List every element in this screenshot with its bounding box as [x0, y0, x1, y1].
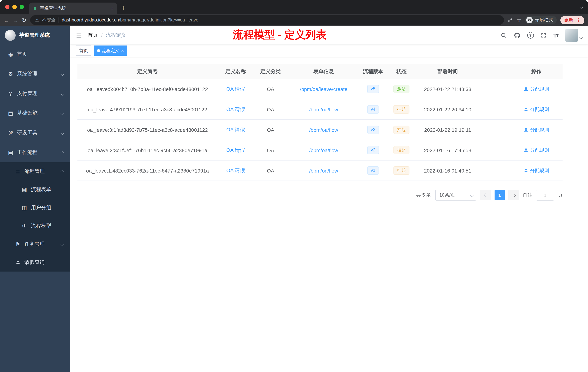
- definition-name-link[interactable]: OA 请假: [226, 86, 245, 92]
- sidebar-item-label: 用户分组: [31, 205, 64, 211]
- form-info-link[interactable]: /bpm/oa/flow: [309, 147, 338, 153]
- gear-icon: ⚙: [7, 71, 14, 77]
- definition-name-link[interactable]: OA 请假: [226, 127, 245, 133]
- sidebar-item-infrastructure[interactable]: ▤基础设施: [0, 103, 70, 123]
- user-menu[interactable]: [565, 29, 582, 42]
- definition-name-link[interactable]: OA 请假: [226, 147, 245, 153]
- cell-filler: [479, 140, 510, 160]
- minimize-window-button[interactable]: [12, 5, 17, 9]
- cell-form-info: /bpm/oa/leave/create: [287, 79, 360, 99]
- chevron-up-icon: [61, 151, 64, 154]
- sidebar-item-process-form[interactable]: ▦流程表单: [0, 181, 70, 199]
- assign-rule-button[interactable]: 分配规则: [524, 106, 549, 113]
- cell-category: OA: [254, 140, 287, 160]
- sidebar-item-user-group[interactable]: ◫用户分组: [0, 199, 70, 217]
- sidebar-item-label: 支付管理: [17, 90, 58, 97]
- assign-rule-button[interactable]: 分配规则: [524, 86, 549, 92]
- model-icon: ✈: [21, 223, 28, 229]
- current-page-button[interactable]: 1: [494, 190, 505, 200]
- browser-update-button[interactable]: 更新 ⋮: [560, 16, 584, 24]
- cell-version: v3: [360, 120, 386, 140]
- page-size-select[interactable]: 10条/页: [435, 190, 476, 201]
- sidebar-item-system[interactable]: ⚙系统管理: [0, 64, 70, 84]
- breadcrumb-home[interactable]: 首页: [88, 32, 98, 39]
- url-domain: dashboard.yudao.iocoder.cn: [62, 17, 119, 22]
- cell-status: 挂起: [386, 161, 417, 181]
- cell-version: v4: [360, 99, 386, 119]
- cell-version: v1: [360, 161, 386, 181]
- goto-suffix: 页: [558, 192, 563, 198]
- tab-close-icon[interactable]: ×: [111, 5, 114, 11]
- pagination: 共 5 条 10条/页 1 前往 页: [77, 190, 563, 201]
- definition-name-link[interactable]: OA 请假: [226, 167, 245, 174]
- password-key-icon[interactable]: [507, 17, 513, 23]
- back-button[interactable]: ←: [4, 17, 9, 23]
- cell-definition-name: OA 请假: [218, 120, 254, 140]
- forward-button[interactable]: →: [13, 17, 18, 23]
- person-icon: [524, 127, 528, 132]
- address-bar[interactable]: ⚠ 不安全 dashboard.yudao.iocoder.cn/bpm/man…: [30, 15, 504, 25]
- cell-filler: [479, 161, 510, 181]
- sidebar-item-leave-query[interactable]: 请假查询: [0, 253, 70, 272]
- tab-search-chevron-icon[interactable]: [580, 3, 583, 10]
- font-size-icon[interactable]: TT: [553, 32, 558, 38]
- sidebar-item-process-model[interactable]: ✈流程模型: [0, 217, 70, 235]
- person-icon: [524, 87, 528, 91]
- close-window-button[interactable]: [5, 5, 10, 9]
- sidebar-item-payment[interactable]: ¥支付管理: [0, 84, 70, 103]
- form-info-link[interactable]: /bpm/oa/flow: [309, 107, 338, 112]
- form-info-link[interactable]: /bpm/oa/leave/create: [300, 86, 347, 92]
- user-group-icon: ◫: [21, 205, 28, 211]
- page-content: 定义编号 定义名称 定义分类 表单信息 流程版本 状态 部署时间 操作 oa_l…: [70, 57, 588, 372]
- url-path: /bpm/manager/definition?key=oa_leave: [119, 17, 198, 22]
- help-icon[interactable]: ?: [527, 32, 534, 39]
- status-badge: 挂起: [393, 166, 410, 175]
- column-header-definition-id: 定义编号: [77, 65, 218, 79]
- cell-status: 挂起: [386, 99, 417, 119]
- browser-tab[interactable]: 芋道管理系统 ×: [29, 2, 117, 14]
- column-header-version: 流程版本: [360, 65, 386, 79]
- assign-rule-button[interactable]: 分配规则: [524, 127, 549, 133]
- bookmark-star-icon[interactable]: ☆: [516, 17, 521, 23]
- table-body: oa_leave:5:004b710b-7b8a-11ec-8ef0-acde4…: [77, 79, 563, 181]
- github-icon[interactable]: [514, 32, 520, 39]
- browser-menu-icon[interactable]: ⋮: [576, 17, 581, 23]
- sidebar-item-task-manage[interactable]: ⚑任务管理: [0, 235, 70, 253]
- version-tag: v4: [367, 105, 379, 114]
- new-tab-button[interactable]: +: [121, 4, 125, 12]
- tools-icon: ⚒: [7, 130, 14, 136]
- reload-button[interactable]: ↻: [22, 17, 26, 23]
- definition-name-link[interactable]: OA 请假: [226, 106, 245, 113]
- sidebar-item-devtools[interactable]: ⚒研发工具: [0, 123, 70, 143]
- cell-category: OA: [254, 120, 287, 140]
- form-info-link[interactable]: /bpm/oa/flow: [309, 168, 338, 174]
- sidebar-item-home[interactable]: ◉首页: [0, 44, 70, 64]
- hamburger-icon[interactable]: ☰: [76, 31, 82, 39]
- sidebar-item-workflow[interactable]: ▣工作流程: [0, 143, 70, 162]
- security-label: 不安全: [42, 17, 56, 23]
- sidebar-item-process-manage[interactable]: ≣流程管理: [0, 162, 70, 181]
- avatar[interactable]: [565, 29, 578, 42]
- assign-rule-button[interactable]: 分配规则: [524, 167, 549, 174]
- column-header-filler: [479, 65, 510, 79]
- cell-deploy-time: 2022-01-22 20:34:10: [417, 99, 479, 119]
- cell-definition-id: oa_leave:5:004b710b-7b8a-11ec-8ef0-acde4…: [77, 79, 218, 99]
- version-tag: v3: [367, 126, 379, 134]
- page-title-annotation: 流程模型 - 定义列表: [233, 28, 326, 42]
- next-page-button[interactable]: [508, 190, 519, 200]
- fullscreen-icon[interactable]: [541, 33, 546, 38]
- sidebar-item-label: 流程表单: [31, 186, 64, 193]
- payment-icon: ¥: [7, 90, 14, 97]
- prev-page-button[interactable]: [480, 190, 491, 200]
- version-tag: v2: [367, 146, 379, 154]
- tag-close-icon[interactable]: ×: [121, 48, 124, 53]
- cell-actions: 分配规则: [510, 120, 563, 140]
- search-icon[interactable]: [501, 32, 507, 38]
- tag-home[interactable]: 首页: [76, 45, 91, 56]
- goto-page-input[interactable]: [536, 190, 554, 201]
- assign-rule-button[interactable]: 分配规则: [524, 147, 549, 153]
- form-info-link[interactable]: /bpm/oa/flow: [309, 127, 338, 133]
- cell-form-info: /bpm/oa/flow: [287, 99, 360, 119]
- tag-process-definition[interactable]: 流程定义 ×: [94, 45, 127, 56]
- zoom-window-button[interactable]: [20, 5, 24, 9]
